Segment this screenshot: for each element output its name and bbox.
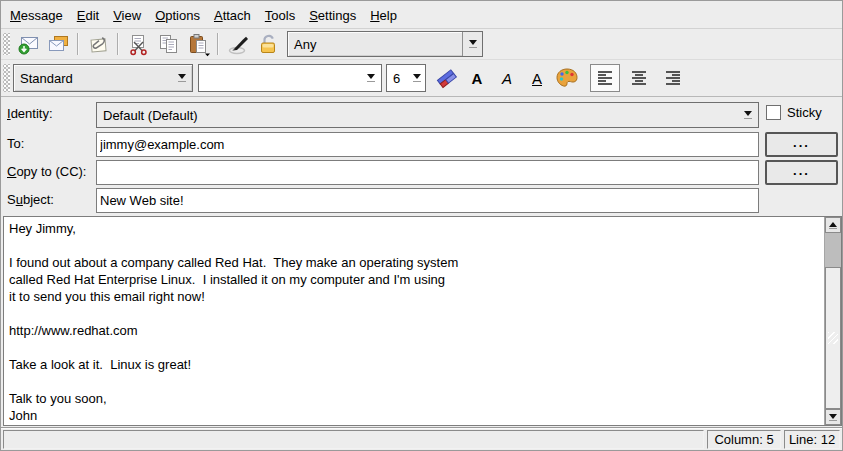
align-left-button[interactable] bbox=[590, 64, 620, 92]
vertical-scrollbar[interactable] bbox=[824, 217, 841, 425]
align-left-icon bbox=[596, 69, 614, 87]
align-center-button[interactable] bbox=[624, 64, 654, 92]
paragraph-style-value: Standard bbox=[14, 71, 172, 86]
queue-mail-icon bbox=[46, 32, 71, 57]
font-family-select[interactable] bbox=[198, 64, 382, 92]
italic-button[interactable]: A bbox=[492, 64, 522, 92]
status-message-panel bbox=[3, 430, 704, 449]
menu-help[interactable]: Help bbox=[363, 5, 404, 26]
attach-file-button[interactable] bbox=[83, 30, 113, 58]
send-mail-button[interactable] bbox=[13, 30, 43, 58]
sticky-option: Sticky bbox=[766, 105, 822, 120]
to-label: To: bbox=[7, 136, 24, 151]
menu-edit[interactable]: Edit bbox=[70, 5, 106, 26]
bold-button[interactable]: A bbox=[462, 64, 492, 92]
to-row: To: ... bbox=[1, 131, 842, 157]
cc-input[interactable] bbox=[96, 160, 759, 185]
paragraph-style-select[interactable]: Standard bbox=[13, 64, 193, 92]
font-size-select[interactable]: 6 bbox=[386, 64, 426, 92]
underline-button[interactable]: A bbox=[522, 64, 552, 92]
chevron-down-icon[interactable] bbox=[172, 65, 192, 91]
crypto-format-value: Any bbox=[288, 37, 462, 52]
menu-message[interactable]: Message bbox=[3, 5, 70, 26]
status-bar: Column: 5 Line: 12 bbox=[1, 427, 842, 451]
sticky-checkbox[interactable] bbox=[766, 105, 781, 120]
bold-icon: A bbox=[472, 71, 483, 86]
message-body-text[interactable]: Hey Jimmy, I found out about a company c… bbox=[4, 217, 824, 425]
identity-value: Default (Default) bbox=[97, 108, 738, 123]
toolbar-separator bbox=[77, 33, 79, 55]
copy-button[interactable] bbox=[153, 30, 183, 58]
identity-row: Identity: Default (Default) Sticky bbox=[1, 101, 842, 127]
chevron-down-icon[interactable] bbox=[361, 65, 381, 91]
main-toolbar: Any bbox=[1, 29, 842, 60]
align-center-icon bbox=[630, 69, 648, 87]
scrollbar-track[interactable] bbox=[825, 233, 841, 409]
menu-tools[interactable]: Tools bbox=[258, 5, 302, 26]
arrow-up-icon bbox=[829, 222, 837, 227]
cc-row: Copy to (CC): ... bbox=[1, 159, 842, 185]
paste-icon bbox=[186, 32, 211, 57]
menu-view[interactable]: View bbox=[106, 5, 148, 26]
status-column-indicator: Column: 5 bbox=[707, 430, 781, 449]
toolbar-separator bbox=[217, 33, 219, 55]
cc-label: Copy to (CC): bbox=[7, 164, 86, 179]
paste-button[interactable] bbox=[183, 30, 213, 58]
format-toolbar: Standard 6 A bbox=[1, 60, 842, 97]
sign-message-button[interactable] bbox=[223, 30, 253, 58]
font-size-value: 6 bbox=[387, 71, 409, 86]
paperclip-icon bbox=[86, 32, 111, 57]
scissors-icon bbox=[126, 32, 151, 57]
chevron-down-icon[interactable] bbox=[738, 103, 758, 127]
align-right-icon bbox=[664, 69, 682, 87]
toolbar-drag-handle[interactable] bbox=[3, 64, 10, 92]
encrypt-message-button[interactable] bbox=[253, 30, 283, 58]
to-input[interactable] bbox=[96, 132, 759, 157]
identity-label: Identity: bbox=[7, 106, 53, 121]
text-color-button[interactable] bbox=[552, 64, 582, 92]
chevron-down-icon[interactable] bbox=[462, 32, 482, 56]
menu-attach[interactable]: Attach bbox=[207, 5, 258, 26]
menu-settings[interactable]: Settings bbox=[302, 5, 363, 26]
toolbar-separator bbox=[117, 33, 119, 55]
to-addressbook-button[interactable]: ... bbox=[765, 132, 838, 157]
eraser-icon bbox=[434, 65, 460, 91]
queue-mail-button[interactable] bbox=[43, 30, 73, 58]
align-right-button[interactable] bbox=[658, 64, 688, 92]
scrollbar-thumb[interactable] bbox=[825, 267, 841, 409]
subject-input[interactable] bbox=[96, 188, 759, 213]
cut-button[interactable] bbox=[123, 30, 153, 58]
copy-icon bbox=[156, 32, 181, 57]
open-lock-icon bbox=[256, 32, 281, 57]
menu-bar: MessageEditViewOptionsAttachToolsSetting… bbox=[1, 2, 842, 29]
chevron-down-icon[interactable] bbox=[409, 65, 425, 91]
italic-icon: A bbox=[502, 71, 512, 86]
crypto-format-select[interactable]: Any bbox=[287, 31, 483, 57]
send-mail-icon bbox=[16, 32, 41, 57]
identity-select[interactable]: Default (Default) bbox=[96, 102, 759, 128]
status-line-indicator: Line: 12 bbox=[784, 430, 840, 449]
subject-label: Subject: bbox=[7, 192, 54, 207]
underline-icon: A bbox=[532, 71, 542, 86]
message-body-editor: Hey Jimmy, I found out about a company c… bbox=[3, 216, 842, 426]
kmail-composer-window: MessageEditViewOptionsAttachToolsSetting… bbox=[0, 0, 843, 451]
subject-row: Subject: bbox=[1, 187, 842, 213]
toolbar-drag-handle[interactable] bbox=[3, 33, 10, 55]
palette-icon bbox=[554, 65, 580, 91]
remove-formatting-button[interactable] bbox=[432, 64, 462, 92]
sticky-label: Sticky bbox=[787, 105, 822, 120]
cc-addressbook-button[interactable]: ... bbox=[765, 160, 838, 185]
pen-icon bbox=[226, 32, 251, 57]
arrow-down-icon bbox=[829, 414, 837, 419]
scroll-down-button[interactable] bbox=[825, 409, 841, 425]
message-headers: Identity: Default (Default) Sticky To: .… bbox=[1, 97, 842, 216]
scroll-up-button[interactable] bbox=[825, 217, 841, 233]
menu-options[interactable]: Options bbox=[148, 5, 207, 26]
